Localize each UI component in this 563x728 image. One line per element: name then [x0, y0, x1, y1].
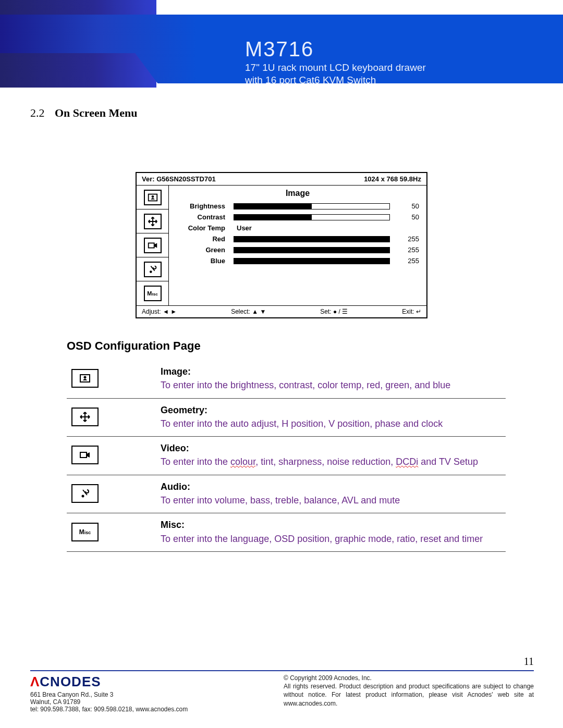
- misc-icon: Misc: [144, 286, 162, 301]
- osd-nav-video[interactable]: [137, 233, 168, 257]
- osd-panel-heading: Image: [176, 189, 419, 198]
- section-heading: 2.2 On Screen Menu: [30, 106, 563, 120]
- osd-main-panel: Image Brightness50Contrast50Color TempUs…: [169, 186, 426, 305]
- footer-rule: [30, 670, 534, 671]
- video-icon: [71, 446, 99, 464]
- page-footer: ΛCNODES 661 Brea Canyon Rd., Suite 3 Wal…: [30, 674, 534, 713]
- osd-row: Red255: [176, 235, 419, 243]
- osd-row: Green255: [176, 246, 419, 254]
- osd-resolution: 1024 x 768 59.8Hz: [364, 175, 421, 183]
- hint-exit: Exit: ↵: [402, 308, 421, 315]
- osd-row-value: 255: [390, 257, 419, 265]
- geometry-icon: [71, 408, 99, 426]
- config-row-heading: Image:: [161, 365, 506, 378]
- osd-slider[interactable]: [234, 214, 390, 220]
- osd-nav: Misc: [137, 186, 169, 305]
- config-row-desc: To enter into the brightness, contrast, …: [161, 379, 506, 391]
- config-table: Image:To enter into the brightness, cont…: [67, 360, 506, 552]
- osd-row-value: 255: [390, 235, 419, 243]
- geometry-icon: [144, 214, 162, 229]
- osd-row-label: Brightness: [176, 202, 234, 210]
- product-subtitle: 17" 1U rack mount LCD keyboard drawer wi…: [245, 61, 426, 87]
- config-text: Image:To enter into the brightness, cont…: [161, 365, 506, 392]
- footer-copyright: © Copyright 2009 Acnodes, Inc.: [284, 674, 534, 682]
- image-icon: [71, 369, 99, 388]
- osd-nav-audio[interactable]: [137, 257, 168, 281]
- image-icon: [144, 190, 162, 205]
- config-row-desc: To enter into the colour, tint, sharpnes…: [161, 455, 506, 468]
- osd-row-textvalue: User: [234, 224, 252, 232]
- osd-slider[interactable]: [234, 203, 390, 209]
- config-text: Audio:To enter into volume, bass, treble…: [161, 480, 506, 507]
- svg-point-3: [150, 270, 152, 273]
- section-number: 2.2: [30, 106, 45, 119]
- osd-row-label: Color Temp: [176, 224, 234, 232]
- osd-row-value: 255: [390, 246, 419, 254]
- osd-row: Blue255: [176, 257, 419, 265]
- osd-slider[interactable]: [234, 236, 390, 242]
- product-model: M3716: [245, 38, 314, 61]
- osd-nav-image[interactable]: [137, 186, 168, 209]
- osd-row-label: Blue: [176, 257, 234, 265]
- svg-point-5: [84, 376, 87, 379]
- footer-address-2: Walnut, CA 91789: [30, 698, 188, 706]
- config-row: Geometry:To enter into the auto adjust, …: [67, 399, 506, 437]
- osd-row: Contrast50: [176, 213, 419, 221]
- osd-nav-geometry[interactable]: [137, 209, 168, 233]
- osd-nav-misc[interactable]: Misc: [137, 281, 168, 305]
- footer-contact: tel: 909.598.7388, fax: 909.598.0218, ww…: [30, 706, 188, 713]
- hint-select: Select: ▲ ▼: [231, 308, 266, 315]
- svg-rect-2: [148, 243, 154, 248]
- config-row-heading: Misc:: [161, 519, 506, 531]
- svg-point-7: [82, 495, 84, 498]
- osd-row: Color TempUser: [176, 224, 419, 232]
- osd-row-value: 50: [390, 202, 419, 210]
- config-row: Video:To enter into the colour, tint, sh…: [67, 437, 506, 475]
- misc-icon: Misc: [71, 523, 99, 541]
- config-row: Image:To enter into the brightness, cont…: [67, 360, 506, 399]
- hint-set: Set: ● / ☰: [320, 308, 348, 315]
- config-row: MiscMisc:To enter into the language, OSD…: [67, 513, 506, 552]
- config-text: Video:To enter into the colour, tint, sh…: [161, 442, 506, 468]
- osd-row-label: Contrast: [176, 213, 234, 221]
- header-banner: M3716 17" 1U rack mount LCD keyboard dra…: [0, 0, 563, 88]
- config-row-desc: To enter into the auto adjust, H positio…: [161, 417, 506, 430]
- config-text: Misc:To enter into the language, OSD pos…: [161, 519, 506, 545]
- hint-adjust: Adjust: ◄ ►: [142, 308, 177, 315]
- config-row: Audio:To enter into volume, bass, treble…: [67, 475, 506, 514]
- svg-rect-6: [80, 452, 87, 458]
- svg-point-1: [151, 195, 154, 198]
- video-icon: [144, 238, 162, 253]
- osd-slider[interactable]: [234, 247, 390, 253]
- osd-version: Ver: G56SN20SSTD701: [142, 175, 216, 183]
- config-text: Geometry:To enter into the auto adjust, …: [161, 404, 506, 430]
- osd-row-label: Green: [176, 246, 234, 254]
- osd-row: Brightness50: [176, 202, 419, 210]
- footer-address-1: 661 Brea Canyon Rd., Suite 3: [30, 691, 188, 698]
- audio-icon: [144, 262, 162, 277]
- footer-legal: All rights reserved. Product description…: [284, 682, 534, 708]
- config-row-heading: Video:: [161, 442, 506, 454]
- audio-icon: [71, 484, 99, 503]
- osd-row-label: Red: [176, 235, 234, 243]
- config-row-desc: To enter into volume, bass, treble, bala…: [161, 494, 506, 507]
- config-row-heading: Geometry:: [161, 404, 506, 416]
- company-logo: ΛCNODES: [30, 674, 188, 690]
- osd-footer-hints: Adjust: ◄ ► Select: ▲ ▼ Set: ● / ☰ Exit:…: [137, 305, 426, 317]
- config-title: OSD Configuration Page: [67, 339, 563, 353]
- osd-row-value: 50: [390, 213, 419, 221]
- config-row-desc: To enter into the language, OSD position…: [161, 533, 506, 545]
- osd-screenshot: Ver: G56SN20SSTD701 1024 x 768 59.8Hz: [136, 172, 427, 318]
- osd-slider[interactable]: [234, 258, 390, 264]
- section-title: On Screen Menu: [55, 106, 137, 119]
- page-number: 11: [524, 656, 534, 668]
- config-row-heading: Audio:: [161, 480, 506, 493]
